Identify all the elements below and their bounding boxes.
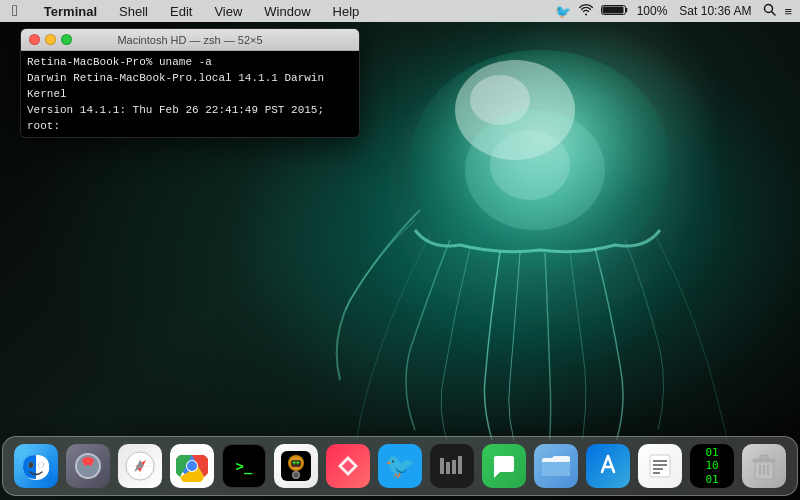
svg-point-36: [294, 473, 299, 478]
terminal-title: Macintosh HD — zsh — 52×5: [117, 34, 262, 46]
apple-menu[interactable]: : [8, 1, 22, 21]
dock-icon-paperdoc[interactable]: [325, 443, 371, 489]
dock-icon-textedit[interactable]: [637, 443, 683, 489]
svg-rect-39: [440, 458, 444, 474]
textedit-icon: [638, 444, 682, 488]
svg-line-9: [772, 12, 776, 16]
menu-shell[interactable]: Shell: [115, 2, 152, 21]
svg-point-15: [29, 462, 34, 468]
battery-percent: 100%: [637, 4, 668, 18]
svg-rect-40: [446, 462, 450, 474]
dock-icon-wired[interactable]: [429, 443, 475, 489]
launchpad-icon: [66, 444, 110, 488]
datetime: Sat 10:36 AM: [675, 2, 755, 20]
close-button[interactable]: [29, 34, 40, 45]
hamburger-icon[interactable]: ≡: [784, 4, 792, 19]
svg-rect-7: [602, 6, 623, 13]
matrix-icon: 011001: [690, 444, 734, 488]
dock-icon-launchpad[interactable]: [65, 443, 111, 489]
svg-point-28: [187, 461, 197, 471]
terminal-line-4: xnu-2782.15.5-1/RELEASE_X86_64 x86_64: [27, 135, 353, 137]
terminal-line-2: Darwin Retina-MacBook-Pro.local 14.1.1 D…: [27, 71, 353, 103]
menu-edit[interactable]: Edit: [166, 2, 196, 21]
menu-window[interactable]: Window: [260, 2, 314, 21]
svg-rect-41: [452, 460, 456, 474]
terminal-line-1: Retina-MacBook-Pro% uname -a: [27, 55, 353, 71]
svg-rect-34: [297, 462, 300, 464]
twitter-menubar-icon[interactable]: 🐦: [555, 4, 571, 19]
dock-icon-matrix[interactable]: 011001: [689, 443, 735, 489]
minimize-button[interactable]: [45, 34, 56, 45]
appstore-icon: [586, 444, 630, 488]
svg-rect-42: [458, 456, 462, 474]
dock-icon-folder[interactable]: [533, 443, 579, 489]
terminal-titlebar: Macintosh HD — zsh — 52×5: [21, 29, 359, 51]
folder-icon: [534, 444, 578, 488]
search-icon[interactable]: [763, 3, 776, 19]
wired-icon: [430, 444, 474, 488]
menubar-right: 🐦 100% Sat 10:36 AM: [555, 2, 792, 20]
terminal-window: Macintosh HD — zsh — 52×5 Retina-MacBook…: [20, 28, 360, 138]
trash-icon: [742, 444, 786, 488]
terminal-content[interactable]: Retina-MacBook-Pro% uname -a Darwin Reti…: [21, 51, 359, 137]
traffic-lights: [29, 34, 72, 45]
menu-view[interactable]: View: [210, 2, 246, 21]
dock-icon-chrome[interactable]: [169, 443, 215, 489]
paperdoc-icon: [326, 444, 370, 488]
dock-icon-automator[interactable]: [273, 443, 319, 489]
dock-icon-terminal[interactable]: >_: [221, 443, 267, 489]
messages-icon: [482, 444, 526, 488]
svg-point-5: [490, 130, 570, 200]
twitter-dock-icon: 🐦: [378, 444, 422, 488]
automator-icon: [274, 444, 318, 488]
menu-help[interactable]: Help: [329, 2, 364, 21]
app-name[interactable]: Terminal: [40, 2, 101, 21]
dock-icon-messages[interactable]: [481, 443, 527, 489]
dock-icon-trash[interactable]: [741, 443, 787, 489]
menubar-left:  Terminal Shell Edit View Window Help: [8, 1, 555, 21]
dock-icon-appstore[interactable]: [585, 443, 631, 489]
desktop:  Terminal Shell Edit View Window Help 🐦: [0, 0, 800, 500]
svg-point-16: [39, 462, 44, 468]
safari-icon: [118, 444, 162, 488]
finder-icon: [14, 444, 58, 488]
zoom-button[interactable]: [61, 34, 72, 45]
svg-rect-33: [293, 462, 296, 464]
menubar:  Terminal Shell Edit View Window Help 🐦: [0, 0, 800, 22]
battery-icon: [601, 4, 629, 19]
desktop-wallpaper: [300, 10, 760, 440]
terminal-icon: >_: [222, 444, 266, 488]
dock-icon-safari[interactable]: [117, 443, 163, 489]
dock-icon-finder[interactable]: [13, 443, 59, 489]
svg-rect-32: [291, 460, 301, 467]
dock: >_: [2, 436, 798, 496]
dock-icon-twitter[interactable]: 🐦: [377, 443, 423, 489]
wifi-icon[interactable]: [579, 4, 593, 19]
svg-rect-50: [760, 455, 768, 460]
terminal-line-3: Version 14.1.1: Thu Feb 26 22:41:49 PST …: [27, 103, 353, 135]
chrome-icon: [170, 444, 214, 488]
